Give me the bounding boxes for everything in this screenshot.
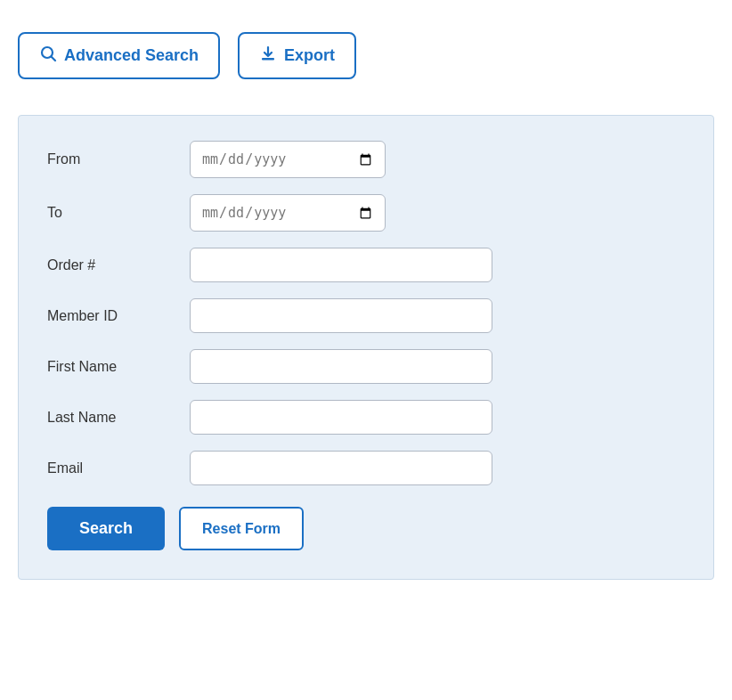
first-name-label: First Name — [47, 359, 190, 375]
last-name-label: Last Name — [47, 410, 190, 426]
last-name-input[interactable] — [190, 400, 492, 435]
search-panel: From To Order # Member ID First Name Las… — [18, 115, 714, 580]
reset-form-button[interactable]: Reset Form — [179, 507, 304, 550]
from-row: From — [47, 141, 685, 178]
from-date-input[interactable] — [190, 141, 386, 178]
export-icon — [259, 45, 277, 67]
advanced-search-label: Advanced Search — [64, 46, 199, 65]
advanced-search-button[interactable]: Advanced Search — [18, 32, 220, 79]
svg-line-1 — [52, 57, 56, 61]
member-id-input[interactable] — [190, 298, 492, 333]
from-label: From — [47, 151, 190, 167]
export-label: Export — [284, 46, 335, 65]
top-toolbar: Advanced Search Export — [18, 18, 714, 94]
to-date-input[interactable] — [190, 194, 386, 232]
member-id-label: Member ID — [47, 308, 190, 324]
first-name-row: First Name — [47, 349, 685, 384]
svg-rect-2 — [262, 58, 274, 61]
order-label: Order # — [47, 257, 190, 273]
order-input[interactable] — [190, 248, 492, 282]
order-row: Order # — [47, 248, 685, 282]
first-name-input[interactable] — [190, 349, 492, 384]
email-row: Email — [47, 451, 685, 485]
search-icon — [39, 45, 57, 67]
last-name-row: Last Name — [47, 400, 685, 435]
export-button[interactable]: Export — [238, 32, 356, 79]
member-id-row: Member ID — [47, 298, 685, 333]
to-row: To — [47, 194, 685, 232]
email-input[interactable] — [190, 451, 492, 485]
email-label: Email — [47, 460, 190, 476]
form-actions: Search Reset Form — [47, 507, 685, 550]
to-label: To — [47, 205, 190, 221]
search-button[interactable]: Search — [47, 507, 165, 550]
